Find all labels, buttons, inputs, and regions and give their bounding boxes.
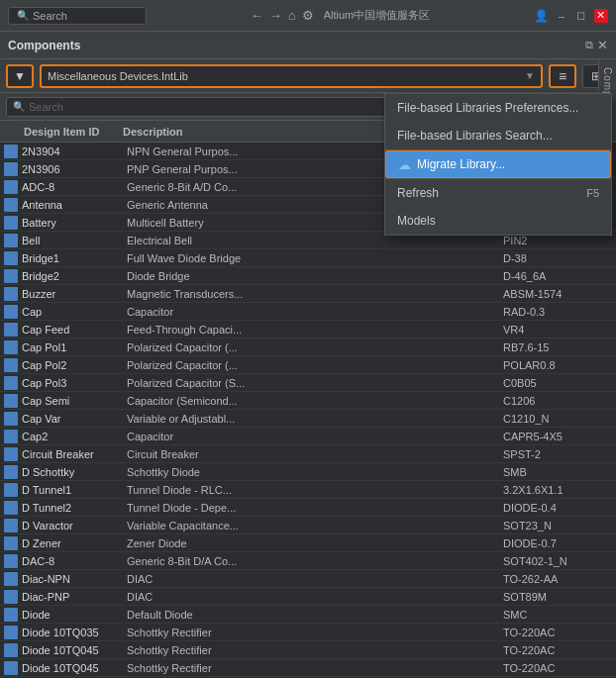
table-row[interactable]: D Schottky Schottky Diode SMB xyxy=(0,463,616,481)
row-description: Generic 8-Bit D/A Co... xyxy=(127,555,503,567)
title-nav: ← → ⌂ ⚙ Altium中国增值服务区 xyxy=(251,8,430,23)
altium-logo: Altium中国增值服务区 xyxy=(324,8,431,23)
row-icon xyxy=(4,626,18,639)
menu-button[interactable]: ≡ xyxy=(549,64,576,88)
row-design-item-id: Cap xyxy=(22,306,127,318)
filter-button[interactable]: ▼ xyxy=(6,64,34,88)
row-icon xyxy=(4,234,18,247)
table-row[interactable]: Diac-PNP DIAC SOT89M xyxy=(0,588,616,606)
row-footprint: ABSM-1574 xyxy=(503,288,612,300)
table-row[interactable]: Diode 10TQ045 Schottky Rectifier TO-220A… xyxy=(0,641,616,659)
dropdown-chevron-icon: ▼ xyxy=(525,70,535,81)
table-row[interactable]: Diode 10TQ035 Schottky Rectifier TO-220A… xyxy=(0,624,616,641)
nav-back-btn[interactable]: ← xyxy=(251,8,263,23)
row-design-item-id: D Tunnel1 xyxy=(22,484,127,496)
row-design-item-id: D Zener xyxy=(22,537,127,549)
menu-item-models[interactable]: Models xyxy=(385,207,611,235)
row-icon xyxy=(4,358,18,372)
row-description: Circuit Breaker xyxy=(127,448,503,460)
row-design-item-id: Cap2 xyxy=(22,431,127,442)
row-icon xyxy=(4,394,18,408)
row-footprint: C1206 xyxy=(503,395,612,407)
table-row[interactable]: D Tunnel1 Tunnel Diode - RLC... 3.2X1.6X… xyxy=(0,481,616,499)
row-design-item-id: Bridge2 xyxy=(22,270,127,282)
row-icon xyxy=(4,590,18,604)
panel-title: Components xyxy=(8,39,80,52)
row-design-item-id: Cap Semi xyxy=(22,395,127,407)
table-row[interactable]: Buzzer Magnetic Transducers... ABSM-1574 xyxy=(0,285,616,303)
close-button[interactable]: ✕ xyxy=(594,9,608,23)
nav-home-btn[interactable]: ⌂ xyxy=(288,8,296,23)
table-row[interactable]: Diac-NPN DIAC TO-262-AA xyxy=(0,570,616,588)
nav-gear-btn[interactable]: ⚙ xyxy=(302,8,314,23)
row-description: Polarized Capacitor (... xyxy=(127,341,503,353)
table-row[interactable]: Cap Feed Feed-Through Capaci... VR4 xyxy=(0,321,616,339)
table-row[interactable]: Circuit Breaker Circuit Breaker SPST-2 xyxy=(0,445,616,463)
panel-float-icon[interactable]: ⧉ xyxy=(585,39,593,51)
header-design-item-id: Design Item ID xyxy=(4,126,123,138)
table-row[interactable]: Cap Pol1 Polarized Capacitor (... RB7.6-… xyxy=(0,339,616,356)
table-row[interactable]: Diode Default Diode SMC xyxy=(0,606,616,624)
row-description: Variable or Adjustabl... xyxy=(127,413,503,425)
menu-item-migrate[interactable]: ☁ Migrate Library... xyxy=(385,150,611,178)
table-row[interactable]: Cap Pol3 Polarized Capacitor (S... C0B05 xyxy=(0,374,616,392)
library-dropdown[interactable]: Miscellaneous Devices.IntLib ▼ xyxy=(40,64,543,88)
table-row[interactable]: D Tunnel2 Tunnel Diode - Depe... DIODE-0… xyxy=(0,499,616,517)
table-row[interactable]: Cap Pol2 Polarized Capacitor (... POLAR0… xyxy=(0,356,616,374)
table-row[interactable]: D Zener Zener Diode DIODE-0.7 xyxy=(0,534,616,552)
panel-close-icon[interactable]: ✕ xyxy=(597,38,608,52)
row-description: Magnetic Transducers... xyxy=(127,288,503,300)
row-footprint: D-38 xyxy=(503,252,612,264)
table-row[interactable]: DAC-8 Generic 8-Bit D/A Co... SOT402-1_N xyxy=(0,552,616,570)
menu-item-file-search[interactable]: File-based Libraries Search... xyxy=(385,122,611,149)
row-footprint: SOT402-1_N xyxy=(503,555,612,567)
menu-item-file-prefs[interactable]: File-based Libraries Preferences... xyxy=(385,94,611,122)
table-row[interactable]: Bridge2 Diode Bridge D-46_6A xyxy=(0,267,616,285)
table-row[interactable]: Diode 10TQ045 Schottky Rectifier TO-220A… xyxy=(0,659,616,677)
table-row[interactable]: Cap Semi Capacitor (Semicond... C1206 xyxy=(0,392,616,410)
maximize-button[interactable]: ◻ xyxy=(574,9,588,23)
row-description: DIAC xyxy=(127,573,503,585)
table-row[interactable]: Cap Var Variable or Adjustabl... C1210_N xyxy=(0,410,616,428)
row-icon xyxy=(4,608,18,622)
row-design-item-id: DAC-8 xyxy=(22,555,127,567)
menu-item-refresh[interactable]: Refresh F5 xyxy=(385,179,611,207)
row-icon xyxy=(4,519,18,533)
title-search-label: Search xyxy=(33,10,67,22)
panel-header: Components ⧉ ✕ xyxy=(0,32,616,59)
row-description: Capacitor (Semicond... xyxy=(127,395,503,407)
table-row[interactable]: D Varactor Variable Capacitance... SOT23… xyxy=(0,517,616,534)
table-row[interactable]: Cap Capacitor RAD-0.3 xyxy=(0,303,616,321)
row-icon xyxy=(4,465,18,479)
table-row[interactable]: Cap2 Capacitor CAPR5-4X5 xyxy=(0,428,616,445)
minimize-button[interactable]: – xyxy=(555,9,568,23)
row-design-item-id: Diode 10TQ045 xyxy=(22,662,127,674)
row-footprint: TO-220AC xyxy=(503,644,612,656)
title-search-box[interactable]: 🔍 Search xyxy=(8,7,147,25)
row-footprint: PIN2 xyxy=(503,235,612,246)
row-icon xyxy=(4,430,18,443)
row-design-item-id: Diac-NPN xyxy=(22,573,127,585)
row-footprint: CAPR5-4X5 xyxy=(503,431,612,442)
row-design-item-id: D Schottky xyxy=(22,466,127,478)
row-description: Default Diode xyxy=(127,609,503,621)
row-design-item-id: 2N3904 xyxy=(22,145,127,157)
nav-forward-btn[interactable]: → xyxy=(269,8,282,23)
table-row[interactable]: Bridge1 Full Wave Diode Bridge D-38 xyxy=(0,249,616,267)
row-footprint: TO-220AC xyxy=(503,627,612,638)
filter-icon: ▼ xyxy=(14,69,26,83)
row-footprint: DIODE-0.4 xyxy=(503,502,612,514)
row-design-item-id: Diode xyxy=(22,609,127,621)
row-description: Schottky Rectifier xyxy=(127,662,503,674)
title-bar: 🔍 Search ← → ⌂ ⚙ Altium中国增值服务区 👤 – ◻ ✕ xyxy=(0,0,616,32)
row-footprint: 3.2X1.6X1.1 xyxy=(503,484,612,496)
row-icon xyxy=(4,216,18,230)
row-design-item-id: Bridge1 xyxy=(22,252,127,264)
row-icon xyxy=(4,162,18,176)
row-design-item-id: Buzzer xyxy=(22,288,127,300)
account-icon[interactable]: 👤 xyxy=(534,9,549,23)
row-design-item-id: Antenna xyxy=(22,199,127,211)
row-footprint: C0B05 xyxy=(503,377,612,389)
row-description: Schottky Rectifier xyxy=(127,627,503,638)
row-icon xyxy=(4,447,18,461)
